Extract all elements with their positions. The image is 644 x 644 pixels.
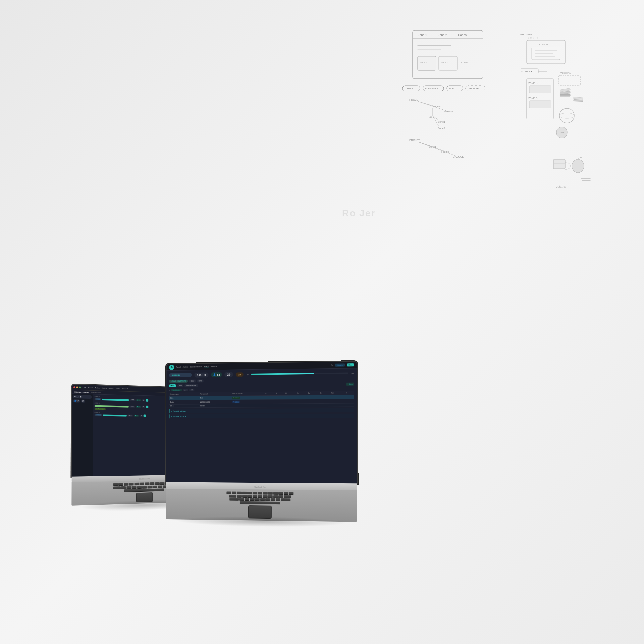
svg-text:ZONE 1 ▾: ZONE 1 ▾ — [528, 82, 539, 84]
back-key — [158, 485, 162, 488]
front-key-delete — [284, 495, 291, 498]
front-th-type: Type — [330, 391, 345, 395]
front-key — [242, 491, 247, 494]
front-laptop: ⚙ Accueil Analyse Code de Principes Zone… — [166, 361, 357, 521]
front-th-anticorrosif: Anti-corrosif — [199, 392, 231, 396]
front-stat-users: 4.4 — [217, 373, 220, 376]
front-td-nn2: NN 2 — [169, 404, 199, 407]
back-bar-1 — [102, 398, 129, 401]
front-filter-row: PLOT Test Niveau courant ✎ Éditer — [169, 382, 354, 387]
front-nav-code[interactable]: Code de Principes — [190, 366, 202, 368]
back-key — [121, 486, 126, 489]
front-stats-row: SESSION A 111 + 5 👤 4.4 29 10 — [169, 370, 354, 378]
back-left-panel: 111 + 5 👤 4.4 24 — [72, 394, 93, 477]
front-stat-items-badge: 29 — [224, 372, 233, 377]
front-td-cell13 — [307, 399, 319, 403]
front-plug-btn[interactable]: ✕ PLUG CONSTRUIRE — [169, 379, 188, 382]
front-key — [232, 491, 236, 494]
front-td-cell17 — [263, 404, 275, 407]
svg-text:◯◯◯ ○: ◯◯◯ ○ — [528, 37, 538, 39]
front-key — [226, 491, 231, 494]
front-td-cell11 — [284, 399, 296, 403]
back-key — [113, 483, 118, 486]
front-nav-accueil[interactable]: Accueil — [176, 366, 181, 368]
front-main: SESSION A 111 + 5 👤 4.4 29 10 — [166, 368, 357, 421]
front-nav-analyse[interactable]: Analyse — [183, 366, 188, 368]
back-key — [124, 483, 128, 485]
front-td-cell8 — [345, 395, 354, 399]
svg-text:3viants →: 3viants → — [556, 185, 570, 189]
front-key — [278, 492, 283, 494]
svg-line-25 — [418, 101, 446, 111]
front-key — [278, 495, 283, 498]
front-session-label: SESSION A — [172, 374, 180, 376]
front-spacebar — [240, 501, 280, 504]
front-search-icon[interactable]: 🔍 — [331, 364, 333, 366]
back-no-plug-label: No Plug intégré — [95, 408, 106, 410]
back-num-3: 24 — [140, 415, 143, 417]
back-user-icon-3: ♟ 4.4 — [133, 415, 139, 417]
back-key — [118, 483, 123, 486]
front-test-tab[interactable]: Test — [177, 384, 183, 387]
back-key — [137, 486, 142, 488]
back-dot-green — [79, 387, 81, 388]
svg-rect-61 — [560, 94, 570, 96]
back-dot-red — [73, 386, 75, 388]
front-nav-annexe[interactable]: Annexe A — [211, 366, 217, 367]
front-chip-c8[interactable]: C.8 — [189, 389, 195, 391]
front-td-status2: Troisième — [231, 399, 263, 404]
front-key — [237, 495, 241, 497]
front-td-cell20 — [296, 403, 307, 407]
back-nav-5[interactable]: Annexe A — [122, 388, 128, 389]
svg-text:ZONE 1 ▾: ZONE 1 ▾ — [521, 70, 532, 73]
front-btn-enterprise[interactable]: Entreprise — [335, 363, 345, 366]
back-key — [152, 485, 157, 488]
back-nav-2[interactable]: Analyse — [95, 387, 100, 389]
front-status-badge-1: Troisième — [232, 396, 240, 399]
back-action-3[interactable]: + — [144, 414, 146, 417]
back-nav-3[interactable]: Code de Principes — [102, 387, 113, 389]
front-plot-tab[interactable]: PLOT — [169, 384, 176, 387]
front-th-ac: Ac — [296, 391, 307, 395]
front-chip-simplification[interactable]: Simplification — [171, 389, 182, 391]
back-key — [113, 486, 121, 489]
front-section-plus-icon-1: + — [171, 410, 172, 412]
front-td-cell5 — [307, 395, 319, 399]
front-table-body: PK.1 Test Troisième — [169, 395, 354, 408]
back-stat-main: 111 + 5 — [74, 396, 81, 398]
front-create-tab[interactable]: Créer — [189, 379, 196, 382]
front-th-ab: Ab — [284, 391, 296, 395]
front-section-plus-icon-2: + — [171, 415, 172, 417]
front-key — [252, 492, 257, 494]
back-action-1[interactable]: + — [146, 399, 149, 402]
back-bar-2 — [95, 405, 129, 407]
front-btn-create[interactable]: Créer — [347, 363, 354, 366]
back-key — [126, 486, 131, 489]
front-chip-a4[interactable]: A.4 — [183, 389, 188, 391]
front-invite-tab[interactable]: Invité — [197, 379, 204, 382]
back-title: SCALE DE PEINAGES — [74, 391, 89, 393]
front-edit-btn[interactable]: ✎ Éditer — [346, 382, 354, 385]
front-section-2: + Nouvelle prod A.4 — [169, 413, 354, 418]
back-action-2[interactable]: + — [146, 406, 148, 408]
front-td-status1: Troisième — [231, 395, 263, 400]
back-key — [129, 483, 134, 485]
front-key — [247, 491, 252, 494]
front-niveau-tab[interactable]: Niveau courant — [185, 384, 198, 387]
svg-text:ARCHIVE: ARCHIVE — [468, 87, 479, 90]
front-settings-icon[interactable]: ⚙ — [247, 373, 249, 375]
back-num-1: 24 — [142, 399, 145, 401]
front-td-cell3 — [284, 395, 296, 399]
front-key — [250, 498, 255, 501]
back-nav-1[interactable]: Accueil — [88, 387, 92, 388]
front-stat-small-badge: 10 — [236, 372, 244, 376]
front-section-1: + Nouvelle add-box — [169, 408, 354, 413]
front-chip-row: tri Simplification A.4 C.8 — [169, 387, 354, 391]
front-td-cell2 — [275, 395, 284, 399]
svg-text:Zone1: Zone1 — [438, 120, 445, 123]
front-key — [247, 495, 252, 497]
front-nav-zone1[interactable]: Zone 1 — [204, 365, 209, 368]
front-td-cell1 — [263, 395, 275, 399]
front-progress-bar — [251, 372, 348, 375]
back-nav-4[interactable]: Zone 1 — [116, 388, 120, 389]
